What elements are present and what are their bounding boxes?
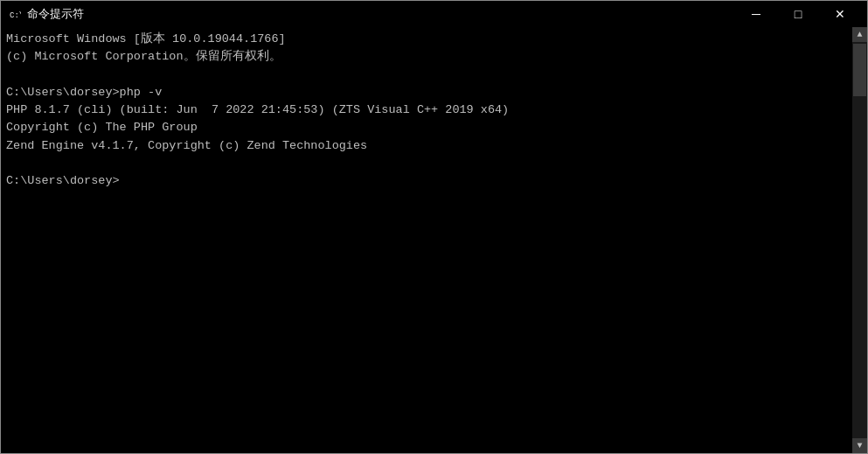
window-title: 命令提示符: [27, 6, 84, 22]
scroll-thumb[interactable]: [853, 44, 866, 96]
maximize-button[interactable]: □: [778, 1, 818, 27]
terminal-line: [6, 66, 847, 84]
scroll-track[interactable]: [852, 42, 867, 438]
cmd-window: C:\ 命令提示符 ─ □ ✕ Microsoft Windows [版本 10…: [0, 0, 868, 454]
title-bar-left: C:\ 命令提示符: [8, 6, 84, 22]
terminal-line: Zend Engine v4.1.7, Copyright (c) Zend T…: [6, 137, 847, 155]
window-controls: ─ □ ✕: [736, 1, 860, 27]
minimize-button[interactable]: ─: [736, 1, 776, 27]
terminal-line: PHP 8.1.7 (cli) (built: Jun 7 2022 21:45…: [6, 101, 847, 119]
scroll-up-arrow[interactable]: ▲: [852, 27, 867, 42]
svg-text:C:\: C:\: [10, 11, 21, 20]
terminal-line: C:\Users\dorsey>php -v: [6, 84, 847, 101]
terminal-line: Microsoft Windows [版本 10.0.19044.1766]: [6, 31, 847, 48]
title-bar: C:\ 命令提示符 ─ □ ✕: [1, 1, 867, 27]
terminal-line: Copyright (c) The PHP Group: [6, 119, 847, 136]
close-button[interactable]: ✕: [820, 1, 860, 27]
scroll-down-arrow[interactable]: ▼: [852, 438, 867, 453]
terminal-body[interactable]: Microsoft Windows [版本 10.0.19044.1766](c…: [1, 27, 867, 453]
terminal-content: Microsoft Windows [版本 10.0.19044.1766](c…: [6, 31, 862, 190]
cmd-icon: C:\: [8, 7, 22, 21]
scrollbar-vertical[interactable]: ▲ ▼: [852, 27, 867, 453]
terminal-line: [6, 155, 847, 172]
terminal-line: C:\Users\dorsey>: [6, 172, 847, 190]
terminal-line: (c) Microsoft Corporation。保留所有权利。: [6, 48, 847, 66]
